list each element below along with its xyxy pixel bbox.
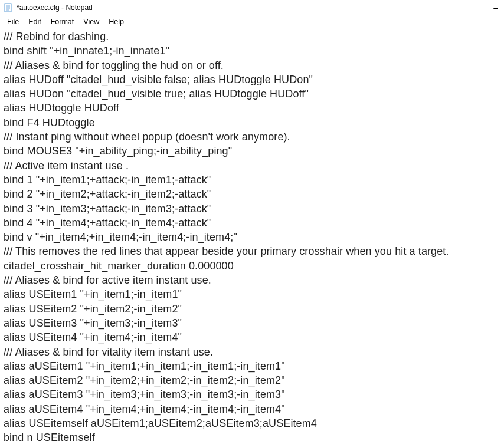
text-line: bind n USEitemself <box>4 430 500 441</box>
menu-file[interactable]: File <box>2 17 24 27</box>
menu-help[interactable]: Help <box>104 17 129 27</box>
text-line: bind shift "+in_innate1;-in_innate1" <box>4 44 500 58</box>
text-editor-content[interactable]: /// Rebind for dashing.bind shift "+in_i… <box>0 28 504 441</box>
menu-bar: File Edit Format View Help <box>0 15 504 28</box>
text-line: alias USEitem2 "+in_item2;-in_item2" <box>4 302 500 316</box>
text-line: alias aUSEitem3 "+in_item3;+in_item3;-in… <box>4 387 500 401</box>
text-line: alias USEitemself aUSEitem1;aUSEitem2;aU… <box>4 416 500 430</box>
minimize-indicator[interactable]: – <box>493 3 500 12</box>
text-line: /// Aliases & bind for vitality item ins… <box>4 345 500 359</box>
text-line: bind MOUSE3 "+in_ability_ping;-in_abilit… <box>4 144 500 158</box>
menu-format[interactable]: Format <box>46 17 79 27</box>
text-line: alias HUDon "citadel_hud_visible true; a… <box>4 87 500 101</box>
text-line: alias USEitem4 "+in_item4;-in_item4" <box>4 330 500 344</box>
title-bar: *autoexec.cfg - Notepad – <box>0 0 504 15</box>
text-cursor <box>237 231 237 243</box>
window-title: *autoexec.cfg - Notepad <box>17 4 93 12</box>
text-line: /// This removes the red lines that appe… <box>4 244 500 258</box>
text-line: /// Instant ping without wheel popup (do… <box>4 130 500 144</box>
text-line: bind 2 "+in_item2;+attack;-in_item2;-att… <box>4 187 500 201</box>
text-line: bind 1 "+in_item1;+attack;-in_item1;-att… <box>4 173 500 187</box>
text-line: alias HUDoff "citadel_hud_visible false;… <box>4 73 500 87</box>
text-line: /// Active item instant use . <box>4 159 500 173</box>
text-line: bind 4 "+in_item4;+attack;-in_item4;-att… <box>4 216 500 230</box>
text-line: bind v "+in_item4;+in_item4;-in_item4;-i… <box>4 230 500 244</box>
text-line: bind F4 HUDtoggle <box>4 116 500 130</box>
notepad-icon <box>4 3 13 12</box>
text-line: alias aUSEitem4 "+in_item4;+in_item4;-in… <box>4 402 500 416</box>
text-line: alias USEitem1 "+in_item1;-in_item1" <box>4 287 500 301</box>
text-line: alias USEitem3 "+in_item3;-in_item3" <box>4 316 500 330</box>
text-line: /// Aliases & bind for active item insta… <box>4 273 500 287</box>
text-line: alias HUDtoggle HUDoff <box>4 101 500 115</box>
text-line: alias aUSEitem2 "+in_item2;+in_item2;-in… <box>4 373 500 387</box>
text-line: bind 3 "+in_item3;+attack;-in_item3;-att… <box>4 202 500 216</box>
text-line: /// Aliases & bind for toggling the hud … <box>4 58 500 73</box>
text-line: alias aUSEitem1 "+in_item1;+in_item1;-in… <box>4 359 500 373</box>
menu-view[interactable]: View <box>78 17 104 27</box>
text-line: /// Rebind for dashing. <box>4 29 500 44</box>
menu-edit[interactable]: Edit <box>24 17 46 27</box>
text-line: citadel_crosshair_hit_marker_duration 0.… <box>4 259 500 273</box>
